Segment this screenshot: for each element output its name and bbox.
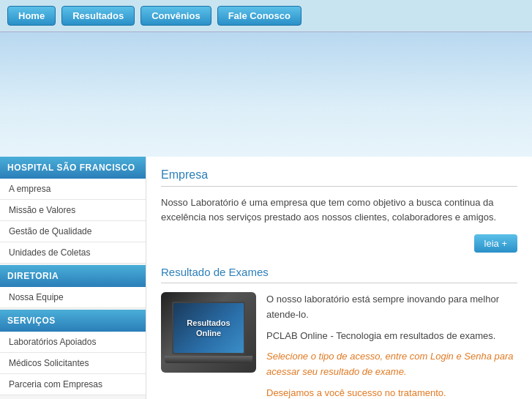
result-text4: Desejamos a você sucesso no tratamento. bbox=[266, 386, 517, 399]
laptop-image: Resultados Online bbox=[161, 292, 256, 373]
sidebar-item-missao[interactable]: Missão e Valores bbox=[0, 200, 146, 221]
resultado-title: Resultado de Exames bbox=[161, 266, 517, 283]
sidebar-item-medicos[interactable]: Médicos Solicitantes bbox=[0, 353, 146, 374]
result-text3[interactable]: Selecione o tipo de acesso, entre com Lo… bbox=[266, 349, 517, 380]
sidebar-item-gestao[interactable]: Gestão de Qualidade bbox=[0, 221, 146, 242]
empresa-text: Nosso Laboratório é uma empresa que tem … bbox=[161, 195, 517, 224]
top-nav: Home Resultados Convênios Fale Conosco bbox=[0, 0, 532, 32]
nav-fale-conosco-button[interactable]: Fale Conosco bbox=[217, 6, 301, 26]
sidebar-item-parceria[interactable]: Parceria com Empresas bbox=[0, 374, 146, 395]
result-text1: O nosso laboratório está sempre inovando… bbox=[266, 292, 517, 323]
sidebar-item-empresa[interactable]: A empresa bbox=[0, 179, 146, 200]
read-more-button[interactable]: leia + bbox=[474, 234, 517, 253]
sidebar-item-nossa-equipe[interactable]: Nossa Equipe bbox=[0, 287, 146, 308]
laptop-line1: Resultados bbox=[187, 318, 230, 327]
nav-resultados-button[interactable]: Resultados bbox=[61, 6, 135, 26]
sidebar-header-servicos: SERVIÇOS bbox=[0, 310, 146, 332]
result-description: O nosso laboratório está sempre inovando… bbox=[266, 292, 517, 399]
sidebar-header-diretoria: DIRETORIA bbox=[0, 265, 146, 287]
banner-area bbox=[0, 32, 532, 157]
sidebar-item-unidades[interactable]: Unidades de Coletas bbox=[0, 242, 146, 264]
nav-home-button[interactable]: Home bbox=[7, 6, 56, 26]
laptop-label: Resultados Online bbox=[187, 318, 230, 339]
nav-convenios-button[interactable]: Convênios bbox=[141, 6, 211, 26]
sidebar-item-laboratorios[interactable]: Laboratórios Apoiados bbox=[0, 332, 146, 353]
laptop-base bbox=[165, 356, 252, 363]
sidebar: HOSPITAL SÃO FRANCISCO A empresa Missão … bbox=[0, 157, 146, 399]
laptop-line2: Online bbox=[196, 329, 221, 338]
result-text2: PCLAB Online - Tecnologia em resultados … bbox=[266, 329, 517, 344]
result-section: Resultados Online O nosso laboratório es… bbox=[161, 292, 517, 399]
empresa-title: Empresa bbox=[161, 168, 517, 187]
content-area: Empresa Nosso Laboratório é uma empresa … bbox=[146, 157, 532, 399]
laptop-screen: Resultados Online bbox=[172, 302, 245, 354]
main-content: HOSPITAL SÃO FRANCISCO A empresa Missão … bbox=[0, 157, 532, 399]
sidebar-header-hospital: HOSPITAL SÃO FRANCISCO bbox=[0, 157, 146, 179]
